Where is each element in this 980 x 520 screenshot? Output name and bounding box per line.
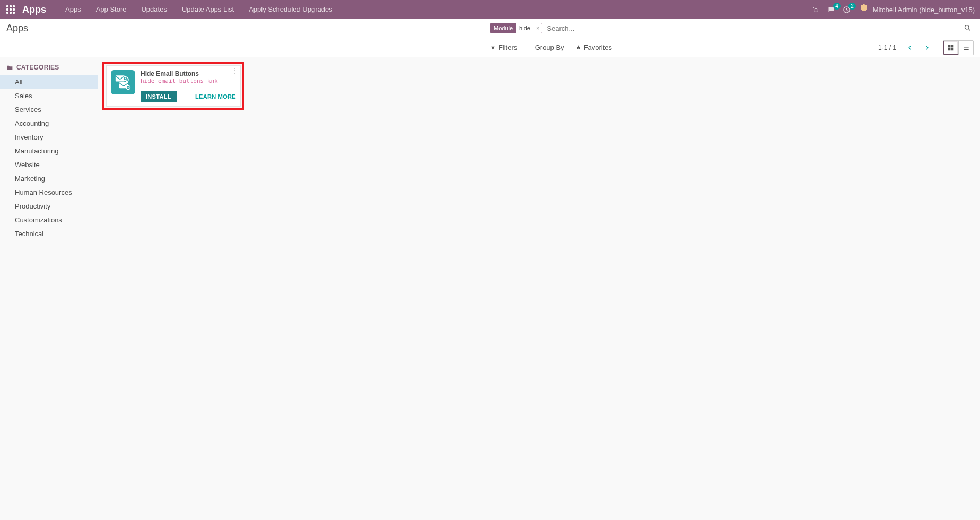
menu-apply-scheduled-upgrades[interactable]: Apply Scheduled Upgrades <box>241 0 340 19</box>
app-title: Hide Email Buttons <box>141 70 236 77</box>
sidebar: CATEGORIES AllSalesServicesAccountingInv… <box>0 57 98 520</box>
app-icon <box>111 70 135 94</box>
sidebar-item-productivity[interactable]: Productivity <box>0 200 98 213</box>
kanban-view-button[interactable] <box>943 41 958 55</box>
facet-remove-icon[interactable]: × <box>533 25 542 31</box>
activities-icon[interactable]: 2 <box>843 6 851 14</box>
sidebar-item-website[interactable]: Website <box>0 158 98 172</box>
learn-more-link[interactable]: LEARN MORE <box>195 93 236 100</box>
groupby-button[interactable]: ≡ Group By <box>529 44 564 51</box>
sidebar-item-marketing[interactable]: Marketing <box>0 172 98 186</box>
sidebar-item-sales[interactable]: Sales <box>0 89 98 103</box>
pager-text: 1-1 / 1 <box>878 44 896 51</box>
app-card[interactable]: Hide Email Buttons hide_email_buttons_kn… <box>106 65 241 107</box>
list-icon: ≡ <box>529 45 532 51</box>
apps-switcher-icon[interactable] <box>5 4 16 15</box>
user-menu[interactable]: Mitchell Admin (hide_button_v15) <box>858 4 975 15</box>
sidebar-heading-label: CATEGORIES <box>16 64 59 71</box>
brand-title[interactable]: Apps <box>22 4 46 15</box>
sidebar-item-human-resources[interactable]: Human Resources <box>0 186 98 200</box>
sidebar-item-services[interactable]: Services <box>0 103 98 117</box>
menu-app-store[interactable]: App Store <box>89 0 134 19</box>
facet-label: Module <box>491 23 516 33</box>
user-name: Mitchell Admin (hide_button_v15) <box>873 6 975 14</box>
sidebar-item-manufacturing[interactable]: Manufacturing <box>0 144 98 158</box>
install-button[interactable]: INSTALL <box>141 91 177 102</box>
card-menu-icon[interactable]: ⋮ <box>231 68 238 73</box>
star-icon: ★ <box>576 44 581 51</box>
menu-updates[interactable]: Updates <box>134 0 174 19</box>
search-input[interactable] <box>542 24 961 32</box>
sidebar-item-all[interactable]: All <box>0 75 98 89</box>
pager-next-button[interactable] <box>921 41 933 54</box>
favorites-label: Favorites <box>584 44 612 51</box>
folder-icon <box>6 64 13 71</box>
search-bar[interactable]: Module hide × <box>490 21 961 36</box>
messages-icon[interactable]: 4 <box>827 6 835 14</box>
pager-prev-button[interactable] <box>904 41 916 54</box>
svg-rect-3 <box>948 45 951 47</box>
search-icon[interactable] <box>961 24 974 33</box>
breadcrumb: Apps <box>6 23 490 34</box>
search-facet: Module hide × <box>490 23 542 33</box>
sidebar-item-customizations[interactable]: Customizations <box>0 213 98 227</box>
app-technical-name: hide_email_buttons_knk <box>141 77 236 85</box>
funnel-icon: ▼ <box>490 45 496 51</box>
filters-label: Filters <box>498 44 517 51</box>
messages-badge: 4 <box>833 3 841 10</box>
sidebar-item-accounting[interactable]: Accounting <box>0 117 98 131</box>
groupby-label: Group By <box>535 44 564 51</box>
sidebar-item-technical[interactable]: Technical <box>0 227 98 241</box>
activities-badge: 2 <box>848 3 856 10</box>
sidebar-heading: CATEGORIES <box>0 64 98 75</box>
svg-rect-4 <box>951 45 954 47</box>
svg-rect-6 <box>951 48 954 50</box>
favorites-button[interactable]: ★ Favorites <box>576 44 612 51</box>
filters-button[interactable]: ▼ Filters <box>490 44 517 51</box>
svg-rect-5 <box>948 48 951 50</box>
avatar <box>858 4 870 15</box>
app-card-highlight: Hide Email Buttons hide_email_buttons_kn… <box>102 62 244 110</box>
svg-point-0 <box>815 8 817 11</box>
menu-update-apps-list[interactable]: Update Apps List <box>174 0 241 19</box>
facet-value: hide <box>516 23 533 33</box>
menu-apps[interactable]: Apps <box>58 0 89 19</box>
sidebar-item-inventory[interactable]: Inventory <box>0 131 98 144</box>
content: Hide Email Buttons hide_email_buttons_kn… <box>98 57 980 520</box>
debug-icon[interactable] <box>812 6 820 14</box>
list-view-button[interactable] <box>958 41 973 55</box>
svg-point-2 <box>965 25 969 29</box>
